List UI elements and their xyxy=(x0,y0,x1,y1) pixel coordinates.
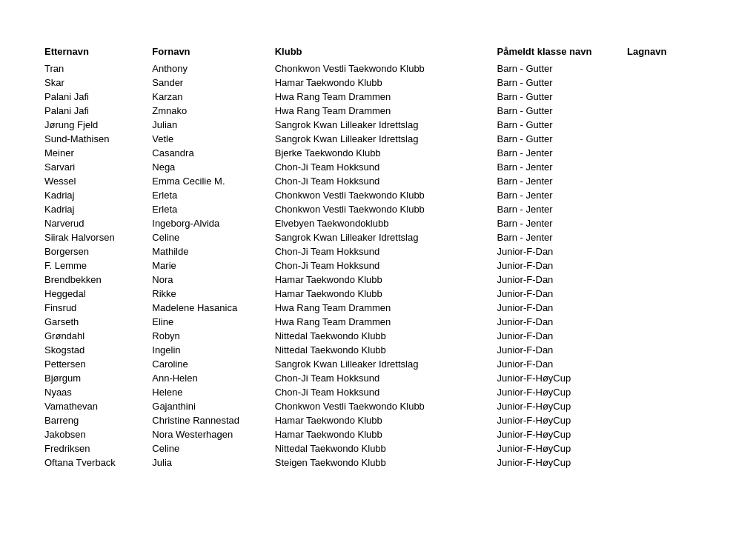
cell-klasse: Barn - Jenter xyxy=(497,160,627,174)
cell-klubb: Hamar Taekwondo Klubb xyxy=(275,427,497,441)
cell-klubb: Chonkwon Vestli Taekwondo Klubb xyxy=(275,202,497,216)
table-row: NyaasHeleneChon-Ji Team HokksundJunior-F… xyxy=(44,385,712,399)
cell-lagnavn xyxy=(627,104,712,118)
cell-fornavn: Gajanthini xyxy=(152,399,274,413)
cell-klasse: Junior-F-Dan xyxy=(497,301,627,315)
cell-etternavn: F. Lemme xyxy=(44,258,152,273)
cell-etternavn: Barreng xyxy=(44,413,152,427)
table-row: FredriksenCelineNittedal Taekwondo Klubb… xyxy=(44,441,712,455)
cell-lagnavn xyxy=(627,244,712,258)
cell-klasse: Junior-F-HøyCup xyxy=(497,385,627,399)
cell-fornavn: Nora Westerhagen xyxy=(152,427,274,441)
cell-klubb: Hamar Taekwondo Klubb xyxy=(275,413,497,427)
cell-lagnavn xyxy=(627,174,712,188)
cell-lagnavn xyxy=(627,315,712,329)
table-row: GrøndahlRobynNittedal Taekwondo KlubbJun… xyxy=(44,329,712,343)
cell-lagnavn xyxy=(627,118,712,132)
cell-fornavn: Robyn xyxy=(152,329,274,343)
cell-etternavn: Brendbekken xyxy=(44,273,152,287)
table-row: GarsethElineHwa Rang Team DrammenJunior-… xyxy=(44,315,712,329)
cell-klubb: Steigen Taekwondo Klubb xyxy=(275,455,497,470)
cell-klasse: Barn - Jenter xyxy=(497,174,627,188)
table-row: PettersenCarolineSangrok Kwan Lilleaker … xyxy=(44,357,712,371)
table-row: F. LemmeMarieChon-Ji Team HokksundJunior… xyxy=(44,258,712,273)
table-row: BorgersenMathildeChon-Ji Team HokksundJu… xyxy=(44,244,712,258)
cell-klasse: Junior-F-HøyCup xyxy=(497,413,627,427)
cell-klubb: Sangrok Kwan Lilleaker Idrettslag xyxy=(275,357,497,371)
table-row: HeggedalRikkeHamar Taekwondo KlubbJunior… xyxy=(44,287,712,301)
cell-klasse: Junior-F-HøyCup xyxy=(497,441,627,455)
cell-fornavn: Julian xyxy=(152,118,274,132)
cell-lagnavn xyxy=(627,146,712,160)
cell-lagnavn xyxy=(627,399,712,413)
cell-klasse: Barn - Gutter xyxy=(497,61,627,76)
cell-klubb: Hwa Rang Team Drammen xyxy=(275,315,497,329)
cell-lagnavn xyxy=(627,287,712,301)
cell-klubb: Sangrok Kwan Lilleaker Idrettslag xyxy=(275,230,497,244)
cell-fornavn: Sander xyxy=(152,76,274,90)
cell-fornavn: Casandra xyxy=(152,146,274,160)
table-row: KadriajErletaChonkwon Vestli Taekwondo K… xyxy=(44,202,712,216)
cell-fornavn: Madelene Hasanica xyxy=(152,301,274,315)
table-row: SkarSanderHamar Taekwondo KlubbBarn - Gu… xyxy=(44,76,712,90)
cell-klasse: Junior-F-Dan xyxy=(497,273,627,287)
cell-klubb: Sangrok Kwan Lilleaker Idrettslag xyxy=(275,132,497,146)
table-row: VamathevanGajanthiniChonkwon Vestli Taek… xyxy=(44,399,712,413)
cell-lagnavn xyxy=(627,76,712,90)
cell-klasse: Junior-F-Dan xyxy=(497,244,627,258)
cell-lagnavn xyxy=(627,427,712,441)
cell-etternavn: Palani Jafi xyxy=(44,104,152,118)
cell-klubb: Hwa Rang Team Drammen xyxy=(275,104,497,118)
cell-klubb: Sangrok Kwan Lilleaker Idrettslag xyxy=(275,118,497,132)
cell-lagnavn xyxy=(627,329,712,343)
table-row: SarvariNegaChon-Ji Team HokksundBarn - J… xyxy=(44,160,712,174)
cell-lagnavn xyxy=(627,441,712,455)
cell-etternavn: Skar xyxy=(44,76,152,90)
cell-fornavn: Emma Cecilie M. xyxy=(152,174,274,188)
cell-lagnavn xyxy=(627,230,712,244)
cell-etternavn: Pettersen xyxy=(44,357,152,371)
table-row: FinsrudMadelene HasanicaHwa Rang Team Dr… xyxy=(44,301,712,315)
cell-fornavn: Julia xyxy=(152,455,274,470)
cell-klasse: Barn - Gutter xyxy=(497,132,627,146)
cell-etternavn: Finsrud xyxy=(44,301,152,315)
cell-klubb: Hwa Rang Team Drammen xyxy=(275,301,497,315)
header-etternavn: Etternavn xyxy=(44,44,152,61)
cell-etternavn: Tran xyxy=(44,61,152,76)
cell-lagnavn xyxy=(627,160,712,174)
cell-klubb: Chon-Ji Team Hokksund xyxy=(275,160,497,174)
cell-etternavn: Meiner xyxy=(44,146,152,160)
cell-etternavn: Wessel xyxy=(44,174,152,188)
cell-etternavn: Narverud xyxy=(44,216,152,230)
table-row: WesselEmma Cecilie M.Chon-Ji Team Hokksu… xyxy=(44,174,712,188)
cell-lagnavn xyxy=(627,216,712,230)
table-row: Oftana TverbackJuliaSteigen Taekwondo Kl… xyxy=(44,455,712,470)
cell-klasse: Junior-F-Dan xyxy=(497,287,627,301)
cell-fornavn: Nora xyxy=(152,273,274,287)
table-row: KadriajErletaChonkwon Vestli Taekwondo K… xyxy=(44,188,712,202)
table-row: JakobsenNora WesterhagenHamar Taekwondo … xyxy=(44,427,712,441)
cell-klasse: Junior-F-HøyCup xyxy=(497,371,627,385)
table-row: TranAnthonyChonkwon Vestli Taekwondo Klu… xyxy=(44,61,712,76)
cell-lagnavn xyxy=(627,371,712,385)
cell-lagnavn xyxy=(627,61,712,76)
cell-etternavn: Sarvari xyxy=(44,160,152,174)
table-row: Palani JafiZmnakoHwa Rang Team DrammenBa… xyxy=(44,104,712,118)
cell-klasse: Barn - Gutter xyxy=(497,76,627,90)
cell-klubb: Chon-Ji Team Hokksund xyxy=(275,385,497,399)
header-fornavn: Fornavn xyxy=(152,44,274,61)
table-row: MeinerCasandraBjerke Taekwondo KlubbBarn… xyxy=(44,146,712,160)
table-row: SkogstadIngelinNittedal Taekwondo KlubbJ… xyxy=(44,343,712,357)
cell-klubb: Hamar Taekwondo Klubb xyxy=(275,76,497,90)
header-klubb: Klubb xyxy=(275,44,497,61)
cell-lagnavn xyxy=(627,455,712,470)
cell-etternavn: Skogstad xyxy=(44,343,152,357)
cell-lagnavn xyxy=(627,343,712,357)
participants-table: Etternavn Fornavn Klubb Påmeldt klasse n… xyxy=(44,44,712,470)
cell-fornavn: Christine Rannestad xyxy=(152,413,274,427)
cell-klubb: Chonkwon Vestli Taekwondo Klubb xyxy=(275,61,497,76)
cell-fornavn: Erleta xyxy=(152,188,274,202)
cell-klasse: Barn - Gutter xyxy=(497,118,627,132)
cell-etternavn: Nyaas xyxy=(44,385,152,399)
cell-lagnavn xyxy=(627,357,712,371)
